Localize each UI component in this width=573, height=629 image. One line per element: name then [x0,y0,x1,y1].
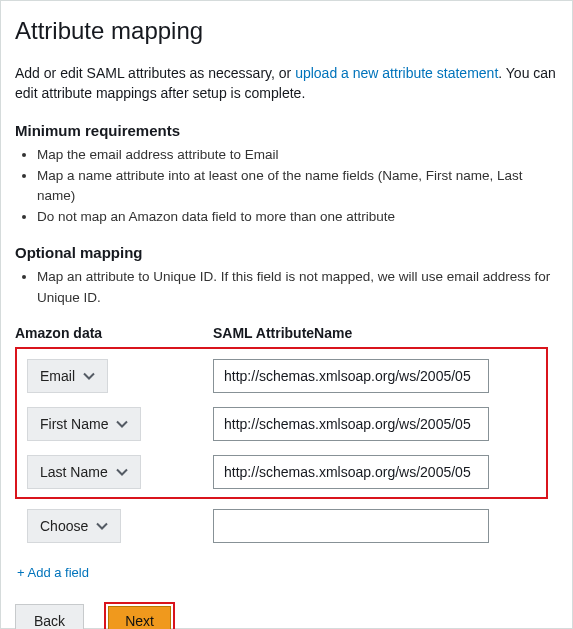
page-title: Attribute mapping [15,17,558,45]
mapping-row-email: Email [27,359,536,393]
button-bar: Back Next [15,602,558,629]
mapping-row-lastname: Last Name [27,455,536,489]
chevron-down-icon [96,522,108,530]
required-rows-highlight: Email First Name Last Name [15,347,548,499]
list-item: Map a name attribute into at least one o… [37,166,558,208]
amazon-data-dropdown-email[interactable]: Email [27,359,108,393]
list-item: Do not map an Amazon data field to more … [37,207,558,228]
dropdown-label: Email [40,368,75,384]
back-button[interactable]: Back [15,604,84,629]
min-requirements-heading: Minimum requirements [15,122,558,139]
intro-text: Add or edit SAML attributes as necessary… [15,63,558,104]
attribute-mapping-panel: Attribute mapping Add or edit SAML attri… [0,0,573,629]
list-item: Map the email address attribute to Email [37,145,558,166]
saml-attribute-input-firstname[interactable] [213,407,489,441]
min-requirements-list: Map the email address attribute to Email… [15,145,558,229]
optional-mapping-heading: Optional mapping [15,244,558,261]
saml-attribute-input-choose[interactable] [213,509,489,543]
amazon-data-dropdown-choose[interactable]: Choose [27,509,121,543]
amazon-data-dropdown-lastname[interactable]: Last Name [27,455,141,489]
saml-attribute-input-email[interactable] [213,359,489,393]
chevron-down-icon [116,468,128,476]
chevron-down-icon [83,372,95,380]
column-headers: Amazon data SAML AttributeName [15,325,558,341]
mapping-row-firstname: First Name [27,407,536,441]
dropdown-label: Last Name [40,464,108,480]
mapping-row-choose: Choose [15,509,558,543]
add-field-link[interactable]: + Add a field [17,565,89,580]
col-amazon-data: Amazon data [15,325,213,341]
saml-attribute-input-lastname[interactable] [213,455,489,489]
next-button[interactable]: Next [108,606,171,629]
amazon-data-dropdown-firstname[interactable]: First Name [27,407,141,441]
chevron-down-icon [116,420,128,428]
dropdown-label: Choose [40,518,88,534]
list-item: Map an attribute to Unique ID. If this f… [37,267,558,309]
dropdown-label: First Name [40,416,108,432]
optional-mapping-list: Map an attribute to Unique ID. If this f… [15,267,558,309]
upload-attribute-link[interactable]: upload a new attribute statement [295,65,498,81]
intro-pre: Add or edit SAML attributes as necessary… [15,65,295,81]
next-button-highlight: Next [104,602,175,629]
col-saml-attributename: SAML AttributeName [213,325,352,341]
